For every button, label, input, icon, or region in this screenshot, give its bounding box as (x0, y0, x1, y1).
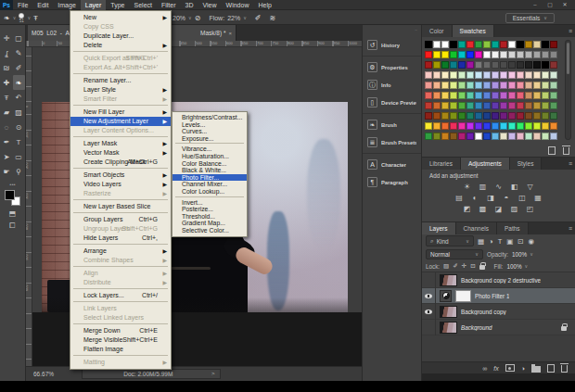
color-swatch[interactable] (517, 41, 524, 48)
hue-saturation-adjustment-icon[interactable]: ▤ (454, 193, 465, 202)
color-swatch[interactable] (517, 133, 524, 140)
color-swatch[interactable] (508, 102, 516, 109)
color-swatch[interactable] (458, 102, 466, 109)
clone-stamp-tool[interactable]: Ŧ (1, 90, 13, 105)
menu-type[interactable]: Type (106, 0, 129, 10)
rectangle-tool[interactable]: ▭ (13, 149, 25, 164)
color-swatch[interactable] (508, 71, 516, 79)
color-swatch[interactable] (542, 133, 549, 140)
color-swatch[interactable] (425, 71, 432, 79)
color-swatch[interactable] (525, 51, 532, 58)
color-swatch[interactable] (508, 51, 516, 58)
color-swatch[interactable] (500, 51, 507, 58)
color-swatch[interactable] (425, 51, 432, 58)
opacity-value[interactable]: 20% (172, 15, 185, 21)
color-swatch[interactable] (492, 82, 499, 89)
filter-type-layers-icon[interactable]: T (498, 237, 503, 246)
layer-visibility-toggle[interactable] (422, 288, 436, 304)
menu-item-selective-color[interactable]: Selective Color... (172, 227, 247, 234)
menu-item-lock-layers[interactable]: Lock Layers...Ctrl+/ (70, 291, 171, 300)
color-swatch[interactable] (525, 41, 532, 48)
menu-item-channel-mixer[interactable]: Channel Mixer... (172, 181, 247, 188)
color-swatch[interactable] (433, 51, 441, 58)
lock-artboard-icon[interactable]: ⊡ (470, 262, 475, 270)
photo-filter-adjustment-icon[interactable]: ◓ (501, 193, 512, 202)
exposure-adjustment-icon[interactable]: ◧ (509, 182, 520, 191)
color-swatch[interactable] (433, 61, 441, 69)
new-swatch-icon[interactable] (548, 146, 556, 155)
color-swatch[interactable] (492, 41, 499, 48)
menu-item-black-white[interactable]: Black & White... (172, 167, 247, 174)
menu-item-photo-filter[interactable]: Photo Filter... (172, 174, 247, 182)
color-swatch[interactable] (458, 112, 466, 120)
lock-image-icon[interactable]: ✐ (453, 262, 457, 270)
color-swatch[interactable] (441, 51, 449, 58)
color-swatch[interactable] (475, 41, 482, 48)
color-swatch[interactable] (458, 122, 466, 130)
adjustments-tab-adjustments[interactable]: Adjustments (461, 158, 510, 170)
layer-thumbnail[interactable] (440, 322, 457, 334)
color-swatch[interactable] (542, 102, 549, 109)
color-swatch[interactable] (508, 82, 516, 89)
color-swatch[interactable] (525, 102, 532, 109)
layer-row[interactable]: Background (422, 320, 575, 335)
blur-tool[interactable]: ◌ (1, 120, 13, 134)
menu-item-merge-down[interactable]: Merge DownCtrl+E (70, 326, 171, 335)
new-layer-icon[interactable] (547, 364, 555, 373)
dock-grip[interactable]: ∙∙ (363, 25, 421, 36)
color-swatch[interactable] (458, 61, 466, 69)
color-swatch[interactable] (483, 71, 491, 79)
color-swatch[interactable] (441, 61, 449, 69)
color-swatch[interactable] (441, 41, 449, 48)
color-swatch[interactable] (533, 112, 541, 120)
color-swatch[interactable] (466, 82, 474, 89)
levels-adjustment-icon[interactable]: ▥ (478, 182, 489, 191)
menu-item-exposure[interactable]: Exposure... (172, 135, 247, 143)
menu-item-hue-saturation[interactable]: Hue/Saturation... (172, 153, 247, 160)
menu-help[interactable]: Help (253, 0, 275, 10)
menu-item-rename-layer[interactable]: Rename Layer... (70, 76, 171, 85)
color-swatch[interactable] (508, 133, 516, 140)
color-swatch[interactable] (475, 61, 482, 69)
dock-panel-info[interactable]: ⓘInfo (363, 76, 421, 94)
zoom-tool[interactable]: ⚲ (13, 164, 25, 179)
dock-panel-device-preview[interactable]: ▯Device Preview (363, 94, 421, 111)
workspace-switcher[interactable]: Essentials ∨ (505, 13, 555, 23)
color-swatch[interactable] (533, 133, 541, 140)
color-swatch[interactable] (533, 122, 541, 130)
color-swatch[interactable] (525, 82, 532, 89)
color-swatch[interactable] (517, 82, 524, 89)
color-swatch[interactable] (450, 71, 457, 79)
color-swatch[interactable] (517, 122, 524, 130)
color-swatch[interactable] (517, 71, 524, 79)
layer-visibility-toggle[interactable] (422, 272, 436, 288)
airbrush-icon[interactable]: ≋ (270, 14, 276, 22)
color-swatch[interactable] (433, 133, 441, 140)
color-wells[interactable] (5, 190, 20, 206)
color-swatch[interactable] (433, 82, 441, 89)
color-swatch[interactable] (533, 92, 541, 99)
menu-item-color-lookup[interactable]: Color Lookup... (172, 188, 247, 196)
color-swatch[interactable] (508, 112, 516, 120)
layer-thumbnail[interactable] (440, 306, 457, 318)
filter-smart-objects-icon[interactable]: ⊡ (518, 237, 523, 246)
color-swatch[interactable] (542, 61, 549, 69)
color-swatch[interactable] (525, 112, 532, 120)
color-swatch[interactable] (500, 133, 507, 140)
dock-panel-history[interactable]: ↺History (363, 36, 421, 54)
color-swatch[interactable] (425, 82, 432, 89)
dock-panel-properties[interactable]: ⚙Properties (363, 58, 421, 76)
menu-item-arrange[interactable]: Arrange▶ (70, 247, 171, 256)
color-swatch[interactable] (450, 122, 457, 130)
color-swatch[interactable] (483, 61, 491, 69)
layer-visibility-toggle[interactable] (422, 304, 436, 320)
path-selection-tool[interactable]: ➤ (1, 149, 13, 164)
color-swatch[interactable] (433, 92, 441, 99)
color-swatch[interactable] (425, 112, 432, 120)
color-swatch[interactable] (508, 61, 516, 69)
healing-brush-tool[interactable]: ✚ (1, 75, 13, 90)
vibrance-adjustment-icon[interactable]: ▽ (525, 182, 536, 191)
color-swatch[interactable] (483, 82, 491, 89)
color-swatch[interactable] (450, 61, 457, 69)
color-swatch[interactable] (450, 92, 457, 99)
